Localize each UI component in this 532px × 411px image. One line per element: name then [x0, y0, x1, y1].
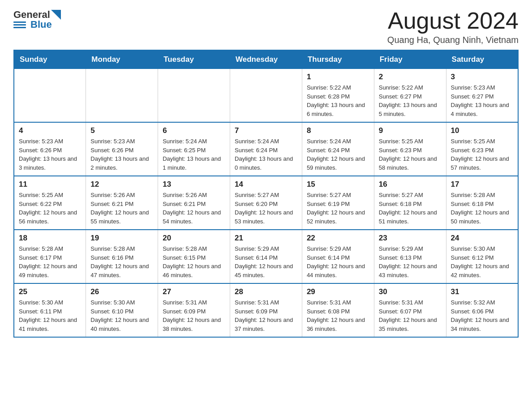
day-number: 20 — [163, 234, 225, 243]
header-saturday: Saturday — [446, 50, 518, 69]
header-thursday: Thursday — [302, 50, 374, 69]
day-info: Sunrise: 5:22 AM Sunset: 6:27 PM Dayligh… — [379, 83, 442, 118]
calendar-cell: 13Sunrise: 5:26 AM Sunset: 6:21 PM Dayli… — [158, 176, 230, 230]
day-number: 24 — [451, 234, 513, 243]
calendar-cell — [158, 69, 230, 123]
calendar-cell: 6Sunrise: 5:24 AM Sunset: 6:25 PM Daylig… — [158, 122, 230, 176]
day-info: Sunrise: 5:28 AM Sunset: 6:15 PM Dayligh… — [163, 244, 225, 279]
day-info: Sunrise: 5:31 AM Sunset: 6:09 PM Dayligh… — [235, 298, 297, 333]
calendar-table: Sunday Monday Tuesday Wednesday Thursday… — [13, 50, 519, 338]
day-number: 28 — [235, 287, 297, 296]
logo-triangle-icon — [51, 10, 61, 20]
header-wednesday: Wednesday — [230, 50, 302, 69]
calendar-cell: 17Sunrise: 5:28 AM Sunset: 6:18 PM Dayli… — [446, 176, 518, 230]
day-number: 30 — [379, 287, 442, 296]
calendar-week-3: 11Sunrise: 5:25 AM Sunset: 6:22 PM Dayli… — [14, 176, 518, 230]
calendar-cell: 21Sunrise: 5:29 AM Sunset: 6:14 PM Dayli… — [230, 230, 302, 283]
calendar-cell: 30Sunrise: 5:31 AM Sunset: 6:07 PM Dayli… — [374, 283, 446, 337]
calendar-cell: 31Sunrise: 5:32 AM Sunset: 6:06 PM Dayli… — [446, 283, 518, 337]
page-header: General Blue August 2024 Quang Ha, Quang… — [13, 9, 519, 45]
calendar-cell: 11Sunrise: 5:25 AM Sunset: 6:22 PM Dayli… — [14, 176, 86, 230]
calendar-week-2: 4Sunrise: 5:23 AM Sunset: 6:26 PM Daylig… — [14, 122, 518, 176]
day-info: Sunrise: 5:27 AM Sunset: 6:19 PM Dayligh… — [307, 191, 369, 226]
day-info: Sunrise: 5:24 AM Sunset: 6:25 PM Dayligh… — [163, 137, 225, 172]
calendar-cell: 25Sunrise: 5:30 AM Sunset: 6:11 PM Dayli… — [14, 283, 86, 337]
day-info: Sunrise: 5:28 AM Sunset: 6:17 PM Dayligh… — [19, 244, 81, 279]
day-info: Sunrise: 5:31 AM Sunset: 6:08 PM Dayligh… — [307, 298, 369, 333]
calendar-cell — [230, 69, 302, 123]
day-info: Sunrise: 5:29 AM Sunset: 6:14 PM Dayligh… — [307, 244, 369, 279]
day-number: 18 — [19, 234, 81, 243]
day-number: 9 — [379, 126, 442, 135]
day-number: 31 — [451, 287, 513, 296]
calendar-week-4: 18Sunrise: 5:28 AM Sunset: 6:17 PM Dayli… — [14, 230, 518, 283]
calendar-cell: 19Sunrise: 5:28 AM Sunset: 6:16 PM Dayli… — [86, 230, 158, 283]
calendar-cell: 20Sunrise: 5:28 AM Sunset: 6:15 PM Dayli… — [158, 230, 230, 283]
header-friday: Friday — [374, 50, 446, 69]
calendar-cell: 7Sunrise: 5:24 AM Sunset: 6:24 PM Daylig… — [230, 122, 302, 176]
day-number: 2 — [379, 73, 442, 81]
calendar-cell: 29Sunrise: 5:31 AM Sunset: 6:08 PM Dayli… — [302, 283, 374, 337]
day-info: Sunrise: 5:32 AM Sunset: 6:06 PM Dayligh… — [451, 298, 513, 333]
calendar-cell: 24Sunrise: 5:30 AM Sunset: 6:12 PM Dayli… — [446, 230, 518, 283]
calendar-cell: 22Sunrise: 5:29 AM Sunset: 6:14 PM Dayli… — [302, 230, 374, 283]
day-number: 8 — [307, 126, 369, 135]
header-sunday: Sunday — [14, 50, 86, 69]
day-info: Sunrise: 5:26 AM Sunset: 6:21 PM Dayligh… — [163, 191, 225, 226]
day-info: Sunrise: 5:23 AM Sunset: 6:27 PM Dayligh… — [451, 83, 513, 118]
calendar-cell: 16Sunrise: 5:27 AM Sunset: 6:18 PM Dayli… — [374, 176, 446, 230]
day-info: Sunrise: 5:29 AM Sunset: 6:13 PM Dayligh… — [379, 244, 442, 279]
calendar-cell: 8Sunrise: 5:24 AM Sunset: 6:24 PM Daylig… — [302, 122, 374, 176]
day-number: 22 — [307, 234, 369, 243]
day-info: Sunrise: 5:23 AM Sunset: 6:26 PM Dayligh… — [90, 137, 153, 172]
calendar-cell: 27Sunrise: 5:31 AM Sunset: 6:09 PM Dayli… — [158, 283, 230, 337]
day-info: Sunrise: 5:30 AM Sunset: 6:11 PM Dayligh… — [19, 298, 81, 333]
day-number: 12 — [90, 180, 153, 189]
day-info: Sunrise: 5:25 AM Sunset: 6:23 PM Dayligh… — [379, 137, 442, 172]
day-info: Sunrise: 5:23 AM Sunset: 6:26 PM Dayligh… — [19, 137, 81, 172]
day-info: Sunrise: 5:27 AM Sunset: 6:20 PM Dayligh… — [235, 191, 297, 226]
calendar-cell: 28Sunrise: 5:31 AM Sunset: 6:09 PM Dayli… — [230, 283, 302, 337]
day-info: Sunrise: 5:30 AM Sunset: 6:10 PM Dayligh… — [90, 298, 153, 333]
calendar-cell: 3Sunrise: 5:23 AM Sunset: 6:27 PM Daylig… — [446, 69, 518, 123]
header-monday: Monday — [86, 50, 158, 69]
day-number: 14 — [235, 180, 297, 189]
calendar-cell: 26Sunrise: 5:30 AM Sunset: 6:10 PM Dayli… — [86, 283, 158, 337]
day-info: Sunrise: 5:31 AM Sunset: 6:09 PM Dayligh… — [163, 298, 225, 333]
logo: General Blue — [13, 9, 61, 30]
day-info: Sunrise: 5:24 AM Sunset: 6:24 PM Dayligh… — [235, 137, 297, 172]
day-number: 25 — [19, 287, 81, 296]
day-info: Sunrise: 5:27 AM Sunset: 6:18 PM Dayligh… — [379, 191, 442, 226]
day-number: 7 — [235, 126, 297, 135]
calendar-cell: 4Sunrise: 5:23 AM Sunset: 6:26 PM Daylig… — [14, 122, 86, 176]
location-text: Quang Ha, Quang Ninh, Vietnam — [387, 35, 519, 45]
logo-blue-text: Blue — [30, 19, 52, 30]
day-number: 16 — [379, 180, 442, 189]
day-number: 6 — [163, 126, 225, 135]
month-title: August 2024 — [387, 9, 519, 32]
day-number: 19 — [90, 234, 153, 243]
calendar-cell: 15Sunrise: 5:27 AM Sunset: 6:19 PM Dayli… — [302, 176, 374, 230]
day-number: 11 — [19, 180, 81, 189]
day-number: 15 — [307, 180, 369, 189]
calendar-cell: 10Sunrise: 5:25 AM Sunset: 6:23 PM Dayli… — [446, 122, 518, 176]
calendar-header-row: Sunday Monday Tuesday Wednesday Thursday… — [14, 50, 518, 69]
svg-marker-0 — [51, 10, 61, 20]
day-info: Sunrise: 5:22 AM Sunset: 6:28 PM Dayligh… — [307, 83, 369, 118]
day-number: 5 — [90, 126, 153, 135]
day-info: Sunrise: 5:29 AM Sunset: 6:14 PM Dayligh… — [235, 244, 297, 279]
day-info: Sunrise: 5:30 AM Sunset: 6:12 PM Dayligh… — [451, 244, 513, 279]
day-info: Sunrise: 5:28 AM Sunset: 6:16 PM Dayligh… — [90, 244, 153, 279]
calendar-cell — [14, 69, 86, 123]
day-number: 3 — [451, 73, 513, 81]
calendar-cell — [86, 69, 158, 123]
calendar-cell: 18Sunrise: 5:28 AM Sunset: 6:17 PM Dayli… — [14, 230, 86, 283]
day-number: 1 — [307, 73, 369, 81]
day-info: Sunrise: 5:25 AM Sunset: 6:22 PM Dayligh… — [19, 191, 81, 226]
calendar-cell: 1Sunrise: 5:22 AM Sunset: 6:28 PM Daylig… — [302, 69, 374, 123]
calendar-cell: 2Sunrise: 5:22 AM Sunset: 6:27 PM Daylig… — [374, 69, 446, 123]
day-info: Sunrise: 5:24 AM Sunset: 6:24 PM Dayligh… — [307, 137, 369, 172]
day-number: 10 — [451, 126, 513, 135]
calendar-cell: 12Sunrise: 5:26 AM Sunset: 6:21 PM Dayli… — [86, 176, 158, 230]
calendar-cell: 14Sunrise: 5:27 AM Sunset: 6:20 PM Dayli… — [230, 176, 302, 230]
